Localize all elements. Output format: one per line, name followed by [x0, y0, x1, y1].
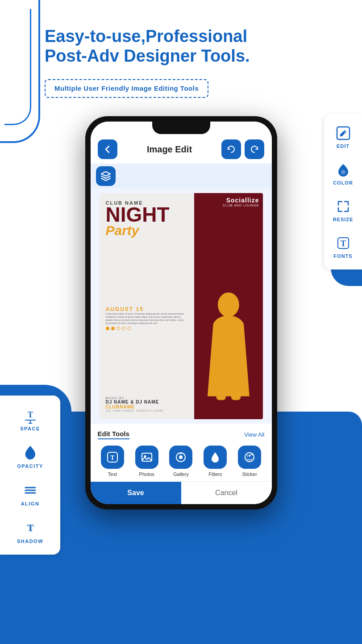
poster-dot-1 [106, 327, 109, 330]
sidebar-resize-label: RESIZE [333, 217, 354, 222]
phone-screen-title: Image Edit [147, 144, 192, 155]
tool-item-gallery[interactable]: Gallery [169, 446, 192, 477]
sidebar-shadow-label: SHADOW [17, 539, 43, 544]
header: Easy-to-use,Professional Post-Adv Design… [45, 27, 250, 98]
poster-dj-names: DJ NAME & DJ NAME [106, 400, 188, 404]
poster-dot-5 [127, 327, 131, 330]
sidebar-item-align[interactable]: ALIGN [0, 475, 60, 513]
sticker-tool-icon [238, 446, 261, 469]
tool-item-text[interactable]: T Text [101, 446, 124, 477]
filters-tool-label: Filters [208, 471, 222, 477]
sidebar-item-resize[interactable]: RESIZE [324, 192, 362, 228]
poster-right: Sociallize CLUB AND LOUNGE [194, 193, 263, 419]
phone-screen: Image Edit [91, 122, 272, 504]
poster-lorem: Lorem ipsum dolor sit amet, consectetur … [106, 312, 188, 325]
canvas-area: CLUB NAME NIGHT Party AUGUST 15 Lorem ip… [91, 189, 272, 424]
gallery-tool-icon [169, 446, 192, 469]
svg-point-27 [249, 455, 250, 456]
svg-text:T: T [27, 410, 33, 419]
back-button[interactable] [98, 139, 117, 159]
redo-button[interactable] [245, 139, 264, 159]
poster-date: AUGUST 15 [106, 306, 188, 312]
fonts-icon: T [335, 235, 352, 252]
text-tool-icon: T [101, 446, 124, 469]
sidebar-item-edit[interactable]: EDIT [324, 118, 362, 155]
save-button[interactable]: Save [91, 482, 181, 504]
poster-address: 123, YOUR STREET, YOURCITY, 123456 [106, 409, 188, 412]
edit-tools-header: Edit Tools View All [98, 430, 265, 439]
svg-rect-20 [142, 453, 152, 461]
sticker-tool-label: Sticker [242, 471, 257, 477]
svg-point-26 [247, 455, 249, 457]
phone-notch [152, 122, 210, 134]
sidebar-item-shadow[interactable]: T T SHADOW [0, 513, 60, 550]
phone-mockup: Image Edit [85, 116, 277, 509]
bg-shape-inner-left [4, 9, 31, 125]
poster-left: CLUB NAME NIGHT Party AUGUST 15 Lorem ip… [100, 193, 194, 419]
resize-icon [335, 198, 352, 215]
filters-tool-icon [204, 446, 227, 469]
header-subtitle: Multiple User Friendly Image Editing Too… [54, 84, 199, 92]
poster: CLUB NAME NIGHT Party AUGUST 15 Lorem ip… [100, 193, 263, 419]
sidebar-color-label: COLOR [333, 180, 353, 185]
svg-point-1 [341, 170, 345, 174]
edit-icon [335, 125, 352, 142]
sidebar-align-label: ALIGN [21, 501, 40, 506]
sidebar-item-space[interactable]: T SPACE [0, 400, 60, 438]
tool-item-sticker[interactable]: Sticker [238, 446, 261, 477]
edit-tools-title: Edit Tools [98, 430, 129, 439]
phone-container: Image Edit [85, 116, 277, 509]
svg-text:T: T [110, 455, 115, 461]
svg-point-13 [218, 292, 239, 317]
space-icon: T [21, 406, 39, 424]
svg-point-23 [179, 455, 183, 459]
phone-bottom-buttons: Save Cancel [91, 481, 272, 504]
sidebar-item-color[interactable]: COLOR [324, 155, 362, 192]
align-icon [21, 481, 39, 499]
photos-tool-icon [135, 446, 158, 469]
tool-item-photos[interactable]: Photos [135, 446, 158, 477]
undo-button[interactable] [221, 139, 241, 159]
poster-dot-4 [122, 327, 125, 330]
poster-dot-2 [111, 327, 115, 330]
gallery-tool-label: Gallery [173, 471, 189, 477]
tools-grid: T Text Photos [98, 446, 265, 477]
poster-clubname-bottom: CLUBNAME [106, 404, 188, 409]
view-all-button[interactable]: View All [244, 431, 264, 438]
svg-marker-7 [28, 423, 33, 424]
sidebar-edit-label: EDIT [337, 143, 350, 149]
phone-action-buttons [221, 139, 264, 159]
sidebar-fonts-label: FONTS [333, 253, 352, 259]
photos-tool-label: Photos [139, 471, 154, 477]
poster-music-by: MUSIC BY [106, 396, 188, 400]
svg-text:T: T [28, 523, 34, 534]
tool-item-filters[interactable]: Filters [204, 446, 227, 477]
edit-tools-bar: Edit Tools View All T Text [91, 424, 272, 481]
header-title: Easy-to-use,Professional Post-Adv Design… [45, 27, 250, 66]
layers-button[interactable] [96, 166, 116, 186]
poster-dot-3 [117, 327, 120, 330]
poster-dots [106, 327, 188, 330]
color-icon [335, 161, 352, 178]
svg-rect-16 [216, 381, 225, 400]
sidebar-item-fonts[interactable]: T FONTS [324, 228, 362, 265]
left-sidebar: T SPACE OPACITY ALIGN [0, 396, 60, 555]
right-sidebar: EDIT COLOR RESIZE T FONT [324, 114, 362, 269]
opacity-icon [21, 444, 39, 462]
sidebar-space-label: SPACE [20, 426, 40, 431]
sidebar-opacity-label: OPACITY [17, 463, 43, 469]
text-tool-label: Text [108, 471, 117, 477]
svg-rect-15 [235, 347, 244, 381]
person-figure [194, 193, 263, 419]
svg-text:T: T [340, 239, 345, 248]
svg-rect-14 [213, 347, 221, 381]
sidebar-item-opacity[interactable]: OPACITY [0, 438, 60, 475]
cancel-button[interactable]: Cancel [181, 482, 272, 504]
shadow-icon: T T [21, 519, 39, 537]
subtitle-box: Multiple User Friendly Image Editing Too… [45, 79, 208, 98]
layers-bar [91, 164, 272, 189]
poster-night-text: NIGHT [106, 206, 188, 224]
svg-rect-17 [231, 381, 241, 400]
